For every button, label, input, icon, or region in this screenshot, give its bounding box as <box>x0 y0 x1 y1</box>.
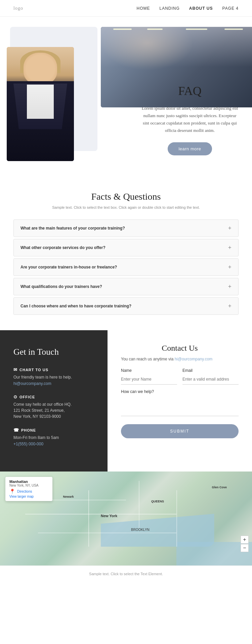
email-field-group: Email <box>182 368 239 385</box>
contact-section: Get in Touch ✉ CHART TO US Our friendly … <box>0 330 252 472</box>
contact-right-panel: Contact Us You can reach us anytime via … <box>108 330 252 472</box>
map-city-label: New York <box>101 514 117 518</box>
faq-question-3: Are your corporate trainers in-house or … <box>20 265 117 269</box>
contact-chart-label: ✉ CHART TO US <box>13 367 94 372</box>
map-newark-label: Newark <box>63 495 74 498</box>
footer-bar: Sample text. Click to select the Text El… <box>0 565 252 581</box>
map-road-3 <box>38 533 177 533</box>
contact-form-row-1: Name Email <box>121 368 239 385</box>
contact-left-panel: Get in Touch ✉ CHART TO US Our friendly … <box>0 330 108 472</box>
portrait-blouse <box>27 85 54 119</box>
faq-expand-icon-5: + <box>228 303 232 309</box>
help-textarea[interactable] <box>121 396 239 416</box>
help-label: How can we help? <box>121 389 239 394</box>
portrait-face <box>24 53 57 85</box>
faq-question-5: Can I choose where and when to have corp… <box>20 304 131 308</box>
name-label: Name <box>121 368 177 373</box>
office-light-4 <box>224 29 243 30</box>
faq-expand-icon-3: + <box>228 264 232 270</box>
nav-about[interactable]: ABOUT US <box>189 6 213 11</box>
map-larger-link[interactable]: View larger map <box>9 495 48 498</box>
hero-section: FAQ Lorem ipsum dolor sit amet, consecte… <box>0 17 252 161</box>
office-light-3 <box>186 29 207 30</box>
contact-phone-item: ☎ PHONE Mon-Fri from 8am to 5am +1(555) … <box>13 428 94 447</box>
faq-question-4: What qualifications do your trainers hav… <box>20 284 102 289</box>
contact-phone-number[interactable]: +1(555) 000-000 <box>13 442 43 446</box>
map-brooklyn-label: BROOKLYN <box>131 528 150 532</box>
map-address: New York, NY, USA <box>9 484 48 487</box>
faq-section: Facts & Questions Sample text. Click to … <box>0 171 252 330</box>
map-zoom-controls: + − <box>241 536 249 552</box>
hero-title: FAQ <box>141 84 239 98</box>
hero-portrait-inner <box>7 47 74 161</box>
map-section: New York BROOKLYN QUEENS Newark Glen Cov… <box>0 472 252 565</box>
logo: logo <box>13 6 23 11</box>
phone-icon: ☎ <box>13 428 19 433</box>
learn-more-button[interactable]: learn more <box>168 142 212 155</box>
footer-text: Sample text. Click to select the Text El… <box>89 572 163 576</box>
map-directions-link[interactable]: Directions <box>17 490 32 493</box>
map-zoom-in-button[interactable]: + <box>241 536 249 544</box>
faq-question-1: What are the main features of your corpo… <box>20 226 125 231</box>
contact-right-title: Contact Us <box>121 344 239 353</box>
map-pin-icon: 📍 <box>9 489 15 494</box>
faq-item-4[interactable]: What qualifications do your trainers hav… <box>13 278 239 295</box>
faq-expand-icon-4: + <box>228 284 232 290</box>
help-field-group: How can we help? <box>121 389 239 417</box>
faq-title: Facts & Questions <box>13 191 239 202</box>
map-info-box: Manhattan New York, NY, USA 📍 Directions… <box>5 477 52 501</box>
contact-email-link[interactable]: hi@ourcompany.com <box>175 357 213 361</box>
map-road-vertical <box>88 490 89 547</box>
contact-chart-email[interactable]: hi@ourcompany.com <box>13 381 51 386</box>
nav-landing[interactable]: LANDING <box>160 6 180 11</box>
contact-right-desc: You can reach us anytime via hi@ourcompa… <box>121 357 239 361</box>
email-input[interactable] <box>182 374 239 385</box>
faq-item-2[interactable]: What other corporate services do you off… <box>13 239 239 256</box>
map-road-5 <box>176 490 177 547</box>
map-road-4 <box>139 481 139 528</box>
hero-text: FAQ Lorem ipsum dolor sit amet, consecte… <box>141 84 239 155</box>
map-zoom-out-button[interactable]: − <box>241 544 249 552</box>
contact-office-desc: Come say hello at our office HQ.121 Rock… <box>13 401 94 419</box>
hero-description: Lorem ipsum dolor sit amet, consectetur … <box>141 105 239 134</box>
contact-phone-label: ☎ PHONE <box>13 428 94 433</box>
contact-office-label: ⊙ OFFICE <box>13 394 94 399</box>
nav-links: HOME LANDING ABOUT US PAGE 4 <box>137 6 239 11</box>
email-label: Email <box>182 368 239 373</box>
contact-phone-desc: Mon-Fri from 8am to 5am <box>13 435 94 441</box>
map-place-name: Manhattan <box>9 480 48 484</box>
hero-portrait-image <box>7 47 74 161</box>
contact-chart-desc: Our friendly team is here to help. <box>13 374 94 380</box>
contact-left-title: Get in Touch <box>13 347 94 357</box>
faq-expand-icon-1: + <box>228 225 232 231</box>
navigation: logo HOME LANDING ABOUT US PAGE 4 <box>0 0 252 17</box>
map-background: New York BROOKLYN QUEENS Newark Glen Cov… <box>0 472 252 565</box>
nav-home[interactable]: HOME <box>137 6 150 11</box>
faq-expand-icon-2: + <box>228 245 232 251</box>
faq-item-3[interactable]: Are your corporate trainers in-house or … <box>13 258 239 276</box>
faq-question-2: What other corporate services do you off… <box>20 245 106 250</box>
faq-item-5[interactable]: Can I choose where and when to have corp… <box>13 297 239 315</box>
nav-page4[interactable]: PAGE 4 <box>222 6 239 11</box>
office-light-1 <box>113 29 132 30</box>
contact-chart-item: ✉ CHART TO US Our friendly team is here … <box>13 367 94 386</box>
location-icon: ⊙ <box>13 394 17 399</box>
submit-button[interactable]: SUBMIT <box>121 424 239 438</box>
contact-office-item: ⊙ OFFICE Come say hello at our office HQ… <box>13 394 94 419</box>
faq-subtitle: Sample text. Click to select the text bo… <box>13 205 239 209</box>
name-field-group: Name <box>121 368 177 385</box>
email-icon: ✉ <box>13 367 17 372</box>
office-light-2 <box>147 29 163 30</box>
map-glen-cove-label: Glen Cove <box>212 486 227 489</box>
faq-item-1[interactable]: What are the main features of your corpo… <box>13 219 239 237</box>
map-queens-label: QUEENS <box>151 500 164 503</box>
name-input[interactable] <box>121 374 177 385</box>
